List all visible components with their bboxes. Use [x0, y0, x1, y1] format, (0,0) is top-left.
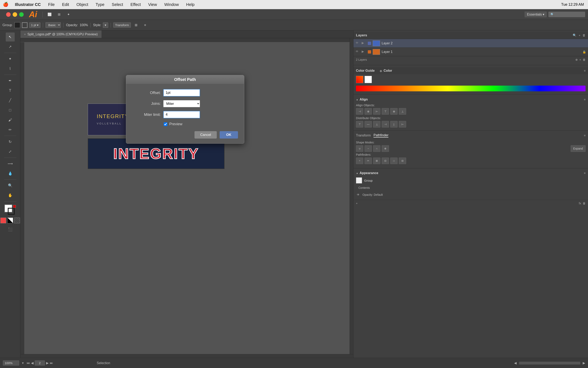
edit-menu[interactable]: Edit [58, 2, 73, 7]
eyedropper-tool[interactable]: 💧 [6, 169, 15, 178]
apple-menu[interactable]: 🍎 [0, 2, 11, 7]
layer-1-lock-state-icon[interactable]: 🔒 [582, 50, 586, 54]
status-zoom-dropdown[interactable]: ▾ [22, 361, 24, 365]
fullscreen-window-button[interactable] [19, 12, 24, 17]
ok-button[interactable]: OK [219, 131, 238, 138]
line-tool[interactable]: ╱ [6, 96, 15, 105]
transform-more-icon[interactable]: ≡ [584, 134, 586, 137]
layer-row-1[interactable]: 👁 ▶ Layer 1 🔒 [353, 48, 588, 56]
pencil-tool[interactable]: ✏ [6, 125, 15, 134]
layer-1-lock-icon[interactable]: ▶ [362, 50, 366, 54]
hand-tool[interactable]: ✋ [6, 191, 15, 200]
magic-wand-tool[interactable]: ✦ [6, 54, 15, 63]
new-layer-footer-icon[interactable]: + [579, 58, 581, 61]
rotate-tool[interactable]: ↻ [6, 137, 15, 146]
stroke-type-dropdown[interactable]: Basic [45, 22, 61, 28]
color-gradient-bar[interactable] [356, 86, 586, 91]
more-options-icon[interactable]: ≡ [141, 21, 149, 29]
red-swatch[interactable] [356, 76, 363, 83]
stroke-color-swatch[interactable] [22, 22, 27, 28]
preview-label[interactable]: Preview [169, 122, 183, 126]
view-menu[interactable]: View [144, 2, 161, 7]
transform-tab[interactable]: Transform [356, 134, 371, 137]
layer-row-2[interactable]: 👁 ▶ Layer 2 [353, 39, 588, 48]
align-bottom-button[interactable]: ⊥ [399, 108, 406, 115]
merge-button[interactable]: ⊞ [373, 157, 380, 164]
stroke-box[interactable] [8, 208, 15, 215]
horizontal-scrollbar[interactable] [20, 354, 353, 358]
preview-checkbox[interactable] [164, 122, 167, 126]
scale-tool[interactable]: ⤢ [6, 147, 15, 156]
close-window-button[interactable] [6, 12, 11, 17]
dist-center-v-button[interactable]: — [365, 121, 372, 128]
exclude-button[interactable]: ⊕ [382, 145, 389, 152]
vertical-scrollbar[interactable] [350, 38, 353, 358]
dist-bottom-button[interactable]: ⊥ [373, 121, 380, 128]
make-clipping-icon[interactable]: ⊕ [575, 58, 578, 61]
delete-layer-footer-icon[interactable]: 🗑 [583, 58, 586, 61]
layer-1-visibility-icon[interactable]: 👁 [356, 50, 360, 54]
zoom-tool[interactable]: 🔍 [6, 181, 15, 190]
minus-back-button[interactable]: ⊟ [399, 157, 406, 164]
file-menu[interactable]: File [44, 2, 58, 7]
app-name-menu[interactable]: Illustrator CC [11, 2, 44, 7]
layer-2-lock-icon[interactable]: ▶ [362, 41, 366, 46]
align-collapse-icon[interactable]: ▲ [356, 98, 358, 101]
minus-front-button[interactable]: − [365, 145, 372, 152]
transform-button[interactable]: Transform [113, 22, 131, 28]
white-swatch[interactable] [365, 76, 372, 83]
dist-center-h-button[interactable]: | [390, 121, 398, 128]
dist-left-button[interactable]: ⊣ [382, 121, 389, 128]
type-menu[interactable]: Type [92, 2, 108, 7]
window-menu[interactable]: Window [161, 2, 183, 7]
fill-stroke-area[interactable] [4, 204, 16, 216]
essentials-button[interactable]: Essentials ▾ [525, 11, 547, 17]
outline-button[interactable]: □ [390, 157, 398, 164]
page-number-input[interactable] [35, 360, 45, 366]
expand-button[interactable]: Expand [571, 145, 586, 152]
align-right-button[interactable]: ⊢ [373, 108, 380, 115]
select-menu[interactable]: Select [108, 2, 127, 7]
close-tab-icon[interactable]: × [24, 33, 26, 36]
artboard-tool[interactable]: ⬛ [6, 225, 15, 234]
appearance-collapse-icon[interactable]: ▲ [356, 172, 358, 175]
cancel-button[interactable]: Cancel [194, 131, 217, 138]
layer-2-visibility-icon[interactable]: 👁 [356, 41, 360, 46]
none-btn[interactable] [14, 218, 20, 223]
fx-icon[interactable]: fx [579, 202, 581, 205]
intersect-button[interactable]: ∩ [373, 145, 380, 152]
trim-button[interactable]: ✂ [365, 157, 372, 164]
new-layer-icon[interactable]: + [579, 34, 580, 37]
rect-tool[interactable]: □ [6, 106, 15, 115]
prev-page-button[interactable]: ◀ [31, 361, 34, 365]
object-menu[interactable]: Object [73, 2, 92, 7]
lasso-tool[interactable]: ⌇ [6, 64, 15, 73]
artboard-nav-icon[interactable]: ◀ [514, 361, 517, 365]
align-more-icon[interactable]: ≡ [584, 98, 586, 101]
search-layers-icon[interactable]: 🔍 [573, 34, 577, 37]
visibility-icon[interactable]: 👁 [357, 193, 360, 196]
swap-icon[interactable] [13, 205, 16, 208]
pathfinder-tab[interactable]: Pathfinder [374, 133, 388, 138]
appearance-more-icon[interactable]: ≡ [584, 171, 586, 175]
fill-color-swatch[interactable] [15, 22, 20, 28]
type-tool[interactable]: T [6, 86, 15, 95]
color-panel-more[interactable]: ≡ [584, 69, 586, 72]
gradient-btn[interactable] [7, 218, 13, 223]
last-page-button[interactable]: ⏭ [50, 361, 53, 365]
unite-button[interactable]: ∪ [356, 145, 363, 152]
document-tab[interactable]: × Split_Logos.pdf* @ 100% (CMYK/GPU Prev… [20, 30, 102, 38]
dist-top-button[interactable]: ⊤ [356, 121, 363, 128]
crop-button[interactable]: ⊡ [382, 157, 389, 164]
color-guide-title[interactable]: Color Guide [356, 69, 375, 73]
zoom-input[interactable] [3, 360, 19, 366]
new-file-icon[interactable]: ⬜ [46, 11, 53, 18]
blend-tool[interactable]: ⟿ [6, 159, 15, 168]
delete-appearance-icon[interactable]: 🗑 [583, 202, 586, 205]
scroll-indicator[interactable] [519, 362, 580, 365]
divide-button[interactable]: ÷ [356, 157, 363, 164]
new-style-icon[interactable]: + [356, 202, 358, 205]
offset-input[interactable] [163, 89, 200, 96]
next-page-button[interactable]: ▶ [46, 361, 49, 365]
style-dropdown[interactable]: ▾ [103, 22, 108, 28]
